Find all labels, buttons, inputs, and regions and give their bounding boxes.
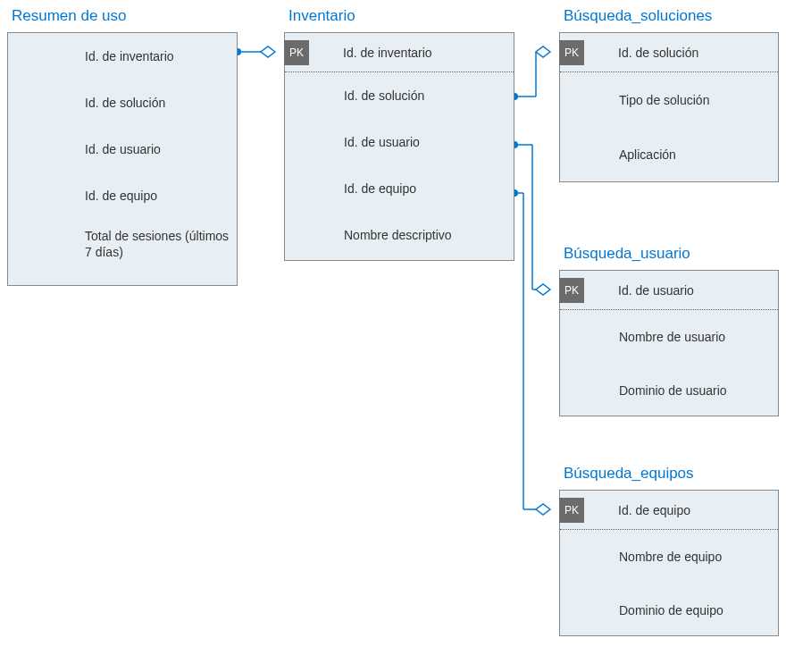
pk-row: PK Id. de inventario bbox=[285, 33, 514, 72]
resumen-field-label: Total de sesiones (últimos 7 días) bbox=[85, 228, 237, 260]
pk-field: Id. de inventario bbox=[309, 46, 432, 60]
inventario-field: Id. de equipo bbox=[285, 165, 514, 212]
svg-marker-7 bbox=[536, 46, 550, 57]
pk-badge: PK bbox=[284, 40, 309, 65]
entity-soluciones: PK Id. de solución Tipo de solución Apli… bbox=[559, 32, 779, 182]
resumen-field: Id. de inventario bbox=[8, 33, 237, 80]
inventario-field: Id. de usuario bbox=[285, 119, 514, 165]
entity-equipos: PK Id. de equipo Nombre de equipo Domini… bbox=[559, 490, 779, 636]
pk-field: Id. de usuario bbox=[584, 283, 694, 298]
resumen-field: Id. de solución bbox=[8, 80, 237, 126]
soluciones-field: Aplicación bbox=[560, 128, 778, 181]
svg-marker-17 bbox=[536, 504, 550, 515]
inventario-field: Id. de solución bbox=[285, 72, 514, 119]
usuario-field: Nombre de usuario bbox=[560, 310, 778, 364]
pk-badge: PK bbox=[559, 40, 584, 65]
soluciones-title: Búsqueda_soluciones bbox=[564, 7, 712, 25]
equipos-field: Dominio de equipo bbox=[560, 584, 778, 637]
equipos-title: Búsqueda_equipos bbox=[564, 465, 694, 483]
pk-row: PK Id. de solución bbox=[560, 33, 778, 72]
equipos-field: Nombre de equipo bbox=[560, 530, 778, 584]
svg-marker-12 bbox=[536, 284, 550, 295]
resumen-field: Id. de equipo bbox=[8, 172, 237, 219]
pk-row: PK Id. de usuario bbox=[560, 271, 778, 310]
usuario-field: Dominio de usuario bbox=[560, 364, 778, 417]
entity-usuario: PK Id. de usuario Nombre de usuario Domi… bbox=[559, 270, 779, 416]
inventario-title: Inventario bbox=[288, 7, 355, 25]
entity-resumen: Id. de inventario Id. de solución Id. de… bbox=[7, 32, 238, 286]
svg-marker-2 bbox=[261, 46, 275, 57]
soluciones-field: Tipo de solución bbox=[560, 72, 778, 128]
usuario-title: Búsqueda_usuario bbox=[564, 245, 690, 263]
pk-badge: PK bbox=[559, 498, 584, 523]
pk-badge: PK bbox=[559, 278, 584, 303]
pk-field: Id. de equipo bbox=[584, 503, 690, 517]
resumen-field: Total de sesiones (últimos 7 días) bbox=[8, 219, 237, 269]
resumen-title: Resumen de uso bbox=[12, 7, 127, 25]
pk-field: Id. de solución bbox=[584, 46, 698, 60]
pk-row: PK Id. de equipo bbox=[560, 491, 778, 530]
resumen-field: Id. de usuario bbox=[8, 126, 237, 172]
inventario-field: Nombre descriptivo bbox=[285, 212, 514, 258]
entity-inventario: PK Id. de inventario Id. de solución Id.… bbox=[284, 32, 514, 261]
